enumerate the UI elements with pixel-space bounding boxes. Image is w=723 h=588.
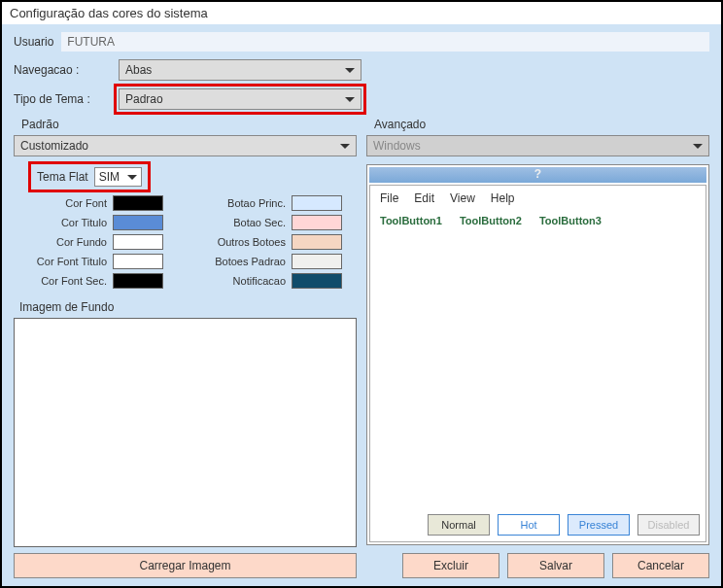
chevron-down-icon — [340, 144, 350, 149]
user-label: Usuario — [14, 35, 53, 49]
swatch-label: Cor Font Titulo — [23, 256, 107, 267]
swatch-label: Cor Font — [23, 197, 107, 209]
swatch-cor-font[interactable] — [113, 195, 163, 211]
preview-canvas — [372, 232, 704, 510]
color-swatches-grid: Cor Font Cor Titulo Cor Fundo Cor Font T… — [14, 195, 357, 293]
color-col-right: Botao Princ. Botao Sec. Outros Botoes Bo… — [202, 195, 342, 293]
tema-flat-row: Tema Flat SIM — [31, 164, 148, 190]
user-row: Usuario FUTURA — [14, 32, 709, 52]
swatch-label: Botao Sec. — [202, 217, 286, 228]
swatch-row: Cor Font — [23, 195, 163, 211]
window-content: Usuario FUTURA Navegacao : Abas Tipo de … — [2, 24, 721, 586]
swatch-label: Cor Font Sec. — [23, 275, 107, 287]
tema-flat-label: Tema Flat — [37, 170, 88, 184]
action-buttons-row: Excluir Salvar Cancelar — [366, 553, 709, 578]
avancado-select: Windows — [366, 135, 709, 156]
cancel-button[interactable]: Cancelar — [612, 553, 709, 578]
swatch-row: Notificacao — [202, 273, 342, 289]
background-image-box — [14, 318, 357, 547]
load-image-button[interactable]: Carregar Imagem — [14, 553, 357, 578]
preview-inner: File Edit View Help ToolButton1 ToolButt… — [369, 185, 706, 542]
navigation-row: Navegacao : Abas — [14, 59, 709, 81]
swatch-outros-botoes[interactable] — [292, 234, 342, 250]
chevron-down-icon — [345, 97, 355, 102]
swatch-botao-sec[interactable] — [292, 215, 342, 230]
swatch-cor-fundo[interactable] — [113, 234, 163, 250]
swatch-notificacao[interactable] — [292, 273, 342, 289]
swatch-label: Cor Titulo — [23, 217, 107, 228]
preview-titlebar: ? — [369, 167, 706, 183]
swatch-botao-princ[interactable] — [292, 195, 342, 211]
state-disabled-button: Disabled — [637, 514, 700, 536]
swatch-cor-font-titulo[interactable] — [113, 254, 163, 269]
toolbutton-3[interactable]: ToolButton3 — [539, 215, 602, 226]
padrao-preset-value: Customizado — [20, 139, 88, 153]
user-value: FUTURA — [61, 32, 709, 52]
swatch-label: Botao Princ. — [202, 197, 286, 209]
padrao-panel: Padrão Customizado Tema Flat SIM Cor Fon… — [14, 118, 357, 578]
menu-edit[interactable]: Edit — [414, 191, 434, 205]
menu-help[interactable]: Help — [491, 191, 515, 205]
color-col-left: Cor Font Cor Titulo Cor Fundo Cor Font T… — [23, 195, 163, 293]
save-button[interactable]: Salvar — [507, 553, 604, 578]
state-hot-button[interactable]: Hot — [498, 514, 560, 536]
theme-type-select[interactable]: Padrao — [119, 88, 362, 110]
swatch-botoes-padrao[interactable] — [292, 254, 342, 269]
swatch-row: Botoes Padrao — [202, 254, 342, 269]
navigation-label: Navegacao : — [14, 63, 111, 77]
color-config-window: Configuração das cores do sistema Usuari… — [0, 0, 723, 588]
chevron-down-icon — [127, 175, 137, 180]
swatch-row: Botao Princ. — [202, 195, 342, 211]
swatch-label: Notificacao — [202, 275, 286, 287]
swatch-label: Outros Botoes — [202, 236, 286, 248]
theme-type-row: Tipo de Tema : Padrao — [14, 88, 709, 110]
swatch-row: Outros Botoes — [202, 234, 342, 250]
navigation-value: Abas — [125, 63, 152, 77]
swatch-row: Cor Font Titulo — [23, 254, 163, 269]
state-normal-button[interactable]: Normal — [428, 514, 490, 536]
avancado-panel: Avançado Windows ? File Edit View He — [366, 118, 709, 578]
menu-view[interactable]: View — [450, 191, 475, 205]
menu-file[interactable]: File — [380, 191, 398, 205]
toolbutton-2[interactable]: ToolButton2 — [460, 215, 522, 226]
background-image-label: Imagem de Fundo — [14, 300, 357, 314]
avancado-value: Windows — [373, 139, 421, 153]
padrao-section-title: Padrão — [14, 118, 357, 131]
theme-type-value: Padrao — [125, 92, 163, 106]
theme-preview-box: ? File Edit View Help ToolButton1 ToolBu… — [366, 164, 709, 545]
preview-toolbar: ToolButton1 ToolButton2 ToolButton3 — [372, 209, 704, 232]
tema-flat-select[interactable]: SIM — [94, 167, 142, 187]
swatch-row: Cor Fundo — [23, 234, 163, 250]
state-pressed-button[interactable]: Pressed — [568, 514, 630, 536]
navigation-select[interactable]: Abas — [119, 59, 362, 81]
swatch-label: Botoes Padrao — [202, 256, 286, 267]
chevron-down-icon — [345, 68, 355, 73]
chevron-down-icon — [693, 144, 703, 149]
delete-button[interactable]: Excluir — [402, 553, 499, 578]
preview-state-buttons: Normal Hot Pressed Disabled — [372, 510, 704, 539]
swatch-row: Botao Sec. — [202, 215, 342, 230]
padrao-preset-select[interactable]: Customizado — [14, 135, 357, 156]
swatch-row: Cor Font Sec. — [23, 273, 163, 289]
main-columns: Padrão Customizado Tema Flat SIM Cor Fon… — [14, 118, 709, 578]
theme-type-label: Tipo de Tema : — [14, 92, 111, 106]
tema-flat-value: SIM — [99, 170, 120, 184]
toolbutton-1[interactable]: ToolButton1 — [380, 215, 442, 226]
swatch-cor-titulo[interactable] — [113, 215, 163, 230]
swatch-label: Cor Fundo — [23, 236, 107, 248]
preview-menu-bar: File Edit View Help — [372, 188, 704, 209]
avancado-section-title: Avançado — [366, 118, 709, 131]
swatch-row: Cor Titulo — [23, 215, 163, 230]
swatch-cor-font-sec[interactable] — [113, 273, 163, 289]
help-icon: ? — [534, 167, 541, 181]
window-title: Configuração das cores do sistema — [2, 2, 721, 24]
